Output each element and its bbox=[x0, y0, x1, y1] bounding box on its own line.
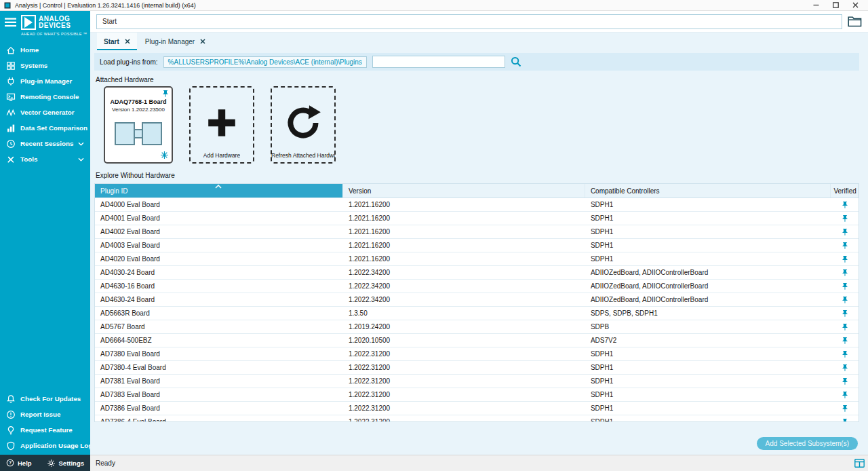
sidebar-item-report-issue[interactable]: Report Issue bbox=[0, 407, 90, 422]
cell-verified bbox=[831, 402, 859, 415]
sidebar-item-systems[interactable]: Systems bbox=[0, 58, 90, 73]
sidebar-item-label: Home bbox=[20, 46, 39, 54]
sidebar-item-label: Data Set Comparison bbox=[20, 124, 87, 132]
cell-plugin-id: AD6664-500EBZ bbox=[95, 334, 343, 347]
table-row[interactable]: AD7380 Eval Board 1.2022.31200 SDPH1 bbox=[95, 347, 859, 361]
tab-bar: Start Plug-in Manager bbox=[90, 33, 868, 50]
sidebar-item-home[interactable]: Home bbox=[0, 42, 90, 58]
table-row[interactable]: AD4000 Eval Board 1.2021.16200 SDPH1 bbox=[95, 198, 859, 212]
verified-pin-icon bbox=[841, 282, 849, 290]
cell-controllers: SDPB bbox=[585, 320, 831, 333]
plus-icon bbox=[205, 106, 239, 140]
help-icon: ? bbox=[6, 459, 14, 467]
close-tab-icon[interactable] bbox=[125, 39, 130, 44]
data-set-comparison-icon bbox=[6, 124, 16, 133]
table-row[interactable]: AD5767 Board 1.2019.24200 SDPB bbox=[95, 320, 859, 334]
cell-verified bbox=[831, 239, 859, 252]
sidebar-item-label: Report Issue bbox=[20, 411, 60, 418]
maximize-button[interactable] bbox=[833, 2, 839, 8]
search-icon bbox=[511, 56, 521, 67]
sidebar-item-label: Check For Updates bbox=[20, 395, 81, 402]
cell-version: 1.2022.31200 bbox=[343, 361, 585, 374]
cell-plugin-id: AD7386-4 Eval Board bbox=[95, 415, 343, 422]
cell-version: 1.2022.31200 bbox=[343, 388, 585, 401]
sidebar-item-recent-sessions[interactable]: Recent Sessions bbox=[0, 136, 90, 151]
table-row[interactable]: AD4003 Eval Board 1.2021.16200 SDPH1 bbox=[95, 239, 859, 252]
cell-version: 1.2022.31200 bbox=[343, 415, 585, 422]
start-page: Load plug-ins from: %ALLUSERSPROFILE%\An… bbox=[90, 50, 868, 455]
cell-plugin-id: AD4030-24 Board bbox=[95, 266, 343, 279]
hardware-card-adaq7768-1[interactable]: ADAQ7768-1 Board Version 1.2022.23500 bbox=[104, 86, 173, 164]
close-tab-icon[interactable] bbox=[200, 39, 205, 44]
plugin-search-input[interactable] bbox=[372, 56, 505, 68]
table-row[interactable]: AD5663R Board 1.3.50 SDPS, SDPB, SDPH1 bbox=[95, 307, 859, 320]
table-row[interactable]: AD7383 Eval Board 1.2022.31200 SDPH1 bbox=[95, 388, 859, 402]
plugin-path-link[interactable]: %ALLUSERSPROFILE%\Analog Devices\ACE (in… bbox=[163, 56, 367, 68]
add-hardware-card[interactable]: Add Hardware bbox=[189, 86, 254, 164]
cell-plugin-id: AD7380-4 Eval Board bbox=[95, 361, 343, 374]
cell-plugin-id: AD4003 Eval Board bbox=[95, 239, 343, 252]
help-label: Help bbox=[18, 459, 32, 467]
search-button[interactable] bbox=[511, 56, 521, 67]
breadcrumb[interactable]: Start bbox=[96, 14, 842, 29]
cell-version: 1.2021.16200 bbox=[343, 225, 585, 238]
sidebar-item-request-feature[interactable]: Request Feature bbox=[0, 422, 90, 438]
tab-plugin-manager[interactable]: Plug-in Manager bbox=[138, 33, 212, 50]
table-row[interactable]: AD4630-16 Board 1.2022.34200 ADIIOZedBoa… bbox=[95, 280, 859, 293]
layout-toggle-button[interactable] bbox=[854, 459, 865, 468]
sidebar-item-data-set-comparison[interactable]: Data Set Comparison bbox=[0, 120, 90, 136]
layout-icon bbox=[854, 459, 865, 468]
sidebar-item-label: Remoting Console bbox=[20, 93, 79, 100]
cell-version: 1.2020.10500 bbox=[343, 334, 585, 347]
tab-start[interactable]: Start bbox=[97, 33, 137, 50]
close-icon bbox=[852, 2, 859, 8]
cell-version: 1.2021.16200 bbox=[343, 239, 585, 252]
cell-controllers: SDPH1 bbox=[585, 415, 831, 422]
cell-plugin-id: AD4001 Eval Board bbox=[95, 212, 343, 225]
table-row[interactable]: AD4630-24 Board 1.2022.34200 ADIIOZedBoa… bbox=[95, 293, 859, 307]
sidebar-spacer bbox=[0, 167, 90, 391]
column-header-verified[interactable]: Verified bbox=[831, 184, 859, 197]
cell-verified bbox=[831, 252, 859, 265]
table-row[interactable]: AD4020 Eval Board 1.2021.16200 SDPH1 bbox=[95, 252, 859, 266]
cell-controllers: SDPH1 bbox=[585, 388, 831, 401]
cell-controllers: ADIIOZedBoard, ADIIOControllerBoard bbox=[585, 293, 831, 306]
sidebar-item-check-for-updates[interactable]: Check For Updates bbox=[0, 391, 90, 407]
settings-button[interactable]: Settings bbox=[47, 459, 84, 468]
add-hardware-label: Add Hardware bbox=[203, 152, 240, 159]
column-header-plugin-id[interactable]: Plugin ID bbox=[95, 184, 343, 197]
table-row[interactable]: AD7380-4 Eval Board 1.2022.31200 SDPH1 bbox=[95, 361, 859, 375]
sidebar-item-plugin-manager[interactable]: Plug-in Manager bbox=[0, 73, 90, 89]
sidebar-item-vector-generator[interactable]: Vector Generator bbox=[0, 105, 90, 120]
table-row[interactable]: AD6664-500EBZ 1.2020.10500 ADS7V2 bbox=[95, 334, 859, 347]
cell-plugin-id: AD4630-16 Board bbox=[95, 280, 343, 293]
add-selected-subsystems-button[interactable]: Add Selected Subsystem(s) bbox=[757, 437, 858, 450]
content-column: Start Start Plug-in Manager Load plug-in… bbox=[90, 11, 868, 471]
sidebar-item-remoting-console[interactable]: Remoting Console bbox=[0, 89, 90, 105]
cell-version: 1.2022.31200 bbox=[343, 402, 585, 415]
column-header-version[interactable]: Version bbox=[343, 184, 585, 197]
table-row[interactable]: AD4001 Eval Board 1.2021.16200 SDPH1 bbox=[95, 212, 859, 225]
help-button[interactable]: ? Help bbox=[6, 459, 32, 467]
cell-verified bbox=[831, 225, 859, 238]
vector-generator-icon bbox=[6, 108, 16, 117]
verified-pin-icon bbox=[841, 296, 849, 304]
sidebar-item-application-usage-logging[interactable]: Application Usage Logging bbox=[0, 438, 90, 453]
table-row[interactable]: AD4030-24 Board 1.2022.34200 ADIIOZedBoa… bbox=[95, 266, 859, 280]
sort-ascending-icon bbox=[215, 185, 222, 189]
sidebar-item-label: Plug-in Manager bbox=[20, 77, 72, 85]
adi-logo: ANALOG DEVICES AHEAD OF WHAT'S POSSIBLE … bbox=[21, 15, 87, 36]
sidebar-item-tools[interactable]: Tools bbox=[0, 151, 90, 167]
table-row[interactable]: AD7386 Eval Board 1.2022.31200 SDPH1 bbox=[95, 402, 859, 415]
minimize-button[interactable] bbox=[813, 2, 819, 8]
column-header-compatible-controllers[interactable]: Compatible Controllers bbox=[585, 184, 831, 197]
cell-controllers: SDPH1 bbox=[585, 361, 831, 374]
menu-icon[interactable] bbox=[5, 18, 16, 36]
close-button[interactable] bbox=[852, 2, 859, 8]
refresh-attached-hardware-card[interactable]: Refresh Attached Hardware bbox=[271, 86, 336, 164]
open-session-button[interactable] bbox=[848, 16, 862, 27]
table-row[interactable]: AD7386-4 Eval Board 1.2022.31200 SDPH1 bbox=[95, 415, 859, 422]
table-row[interactable]: AD7381 Eval Board 1.2022.31200 SDPH1 bbox=[95, 375, 859, 388]
cell-verified bbox=[831, 293, 859, 306]
table-row[interactable]: AD4002 Eval Board 1.2021.16200 SDPH1 bbox=[95, 225, 859, 239]
